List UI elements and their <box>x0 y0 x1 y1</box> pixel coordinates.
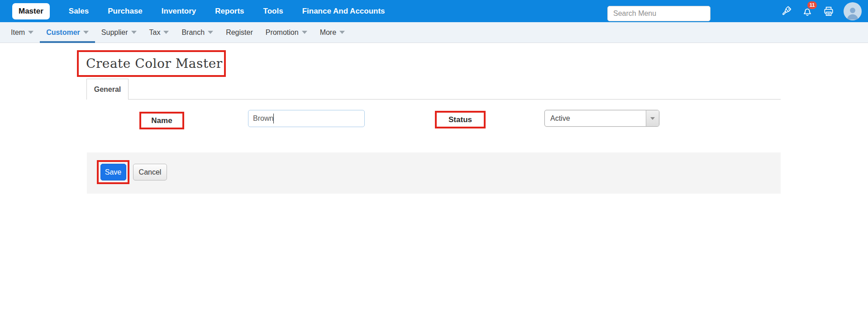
chevron-down-icon <box>650 117 655 120</box>
chevron-down-icon <box>28 31 33 34</box>
top-bar: Master Sales Purchase Inventory Reports … <box>0 0 868 22</box>
sub-nav: Item Customer Supplier Tax Branch Regist… <box>0 22 868 43</box>
top-icons: 11 <box>780 0 862 22</box>
name-input[interactable] <box>248 110 365 127</box>
chevron-down-icon <box>131 31 137 34</box>
name-field-label: Name <box>151 116 172 125</box>
top-nav: Master Sales Purchase Inventory Reports … <box>12 3 385 19</box>
sub-nav-item-register[interactable]: Register <box>219 22 259 43</box>
paintbrush-icon[interactable] <box>780 5 792 18</box>
annotation-box-name: Name <box>139 112 184 129</box>
tab-strip-divider <box>86 99 781 100</box>
search-wrap <box>607 6 711 21</box>
chevron-down-icon <box>83 31 89 34</box>
form-action-bar: Save Cancel <box>87 152 781 194</box>
save-button[interactable]: Save <box>100 164 126 180</box>
text-cursor <box>273 114 274 123</box>
sub-nav-item-promotion[interactable]: Promotion <box>259 22 314 43</box>
top-nav-item-tools[interactable]: Tools <box>263 7 283 16</box>
chevron-down-icon <box>339 31 345 34</box>
sub-nav-item-label: Item <box>11 28 25 37</box>
top-nav-item-master[interactable]: Master <box>12 3 50 19</box>
sub-nav-item-item[interactable]: Item <box>5 22 40 43</box>
top-nav-item-reports[interactable]: Reports <box>215 7 244 16</box>
chevron-down-icon <box>208 31 213 34</box>
sub-nav-item-label: Customer <box>46 28 80 37</box>
main-content: Create Color Master General Name Status … <box>0 43 868 318</box>
status-select-value: Active <box>545 114 646 123</box>
sub-nav-item-tax[interactable]: Tax <box>143 22 176 43</box>
sub-nav-item-label: Promotion <box>266 28 299 37</box>
sub-nav-item-supplier[interactable]: Supplier <box>95 22 143 43</box>
status-select-arrow-button[interactable] <box>646 110 659 126</box>
chevron-down-icon <box>163 31 169 34</box>
bell-icon[interactable]: 11 <box>801 5 814 18</box>
page-title: Create Color Master <box>79 56 223 71</box>
annotation-box-save: Save <box>97 160 129 184</box>
sub-nav-item-branch[interactable]: Branch <box>175 22 219 43</box>
avatar[interactable] <box>844 2 862 20</box>
annotation-box-status: Status <box>435 111 486 128</box>
sub-nav-item-more[interactable]: More <box>314 22 351 43</box>
name-input-wrap <box>248 110 365 127</box>
top-nav-item-finance-and-accounts[interactable]: Finance And Accounts <box>302 7 385 16</box>
status-field-label: Status <box>448 115 472 124</box>
sub-nav-item-label: Branch <box>181 28 205 37</box>
sub-nav-item-label: More <box>320 28 336 37</box>
sub-nav-item-label: Register <box>226 28 253 37</box>
printer-icon[interactable] <box>822 5 835 18</box>
top-nav-item-sales[interactable]: Sales <box>69 7 89 16</box>
notification-badge: 11 <box>807 1 817 9</box>
tab-general[interactable]: General <box>86 79 129 100</box>
cancel-button[interactable]: Cancel <box>133 164 167 180</box>
chevron-down-icon <box>302 31 307 34</box>
sub-nav-item-label: Tax <box>149 28 161 37</box>
top-nav-item-inventory[interactable]: Inventory <box>162 7 196 16</box>
top-nav-item-purchase[interactable]: Purchase <box>108 7 143 16</box>
sub-nav-item-label: Supplier <box>101 28 128 37</box>
status-select[interactable]: Active <box>544 110 659 127</box>
sub-nav-item-customer[interactable]: Customer <box>40 22 95 43</box>
annotation-box-title: Create Color Master <box>77 50 226 77</box>
search-input[interactable] <box>607 6 711 21</box>
